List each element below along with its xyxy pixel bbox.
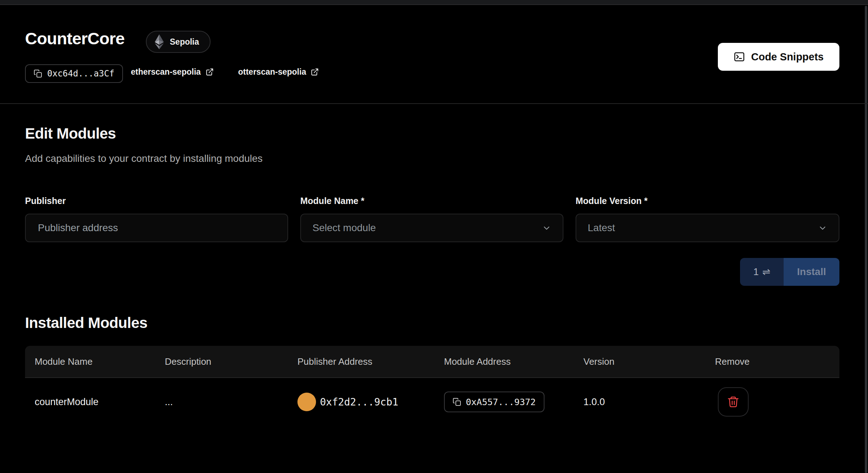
cell-remove	[705, 387, 839, 417]
install-button-group: 1 ⇌ Install	[740, 258, 839, 286]
module-version-label: Module Version *	[576, 196, 647, 206]
publisher-address-text: 0xf2d2...9cb1	[320, 396, 398, 408]
edit-modules-subheading: Add capabilities to your contract by ins…	[25, 153, 263, 164]
copy-icon	[453, 398, 461, 406]
swap-arrows-icon: ⇌	[762, 266, 770, 278]
otterscan-link[interactable]: otterscan-sepolia	[238, 67, 319, 77]
copy-icon	[34, 69, 42, 78]
external-link-icon	[311, 68, 319, 76]
install-button[interactable]: Install	[784, 258, 839, 286]
cell-publisher-address: 0xf2d2...9cb1	[288, 393, 434, 411]
column-header-remove: Remove	[705, 356, 839, 367]
column-header-description: Description	[155, 356, 288, 367]
transaction-count: 1	[753, 267, 759, 278]
column-header-version: Version	[574, 356, 705, 367]
module-name-select[interactable]: Select module	[300, 214, 563, 242]
etherscan-link-label: etherscan-sepolia	[131, 67, 201, 77]
external-link-icon	[206, 68, 214, 76]
trash-icon	[727, 395, 740, 408]
module-name-label: Module Name *	[300, 196, 364, 206]
publisher-address-field	[25, 214, 288, 242]
terminal-icon	[734, 51, 745, 63]
contract-address-text: 0xc64d...a3Cf	[47, 69, 114, 79]
chevron-down-icon	[818, 223, 827, 233]
table-row: counterModule ... 0xf2d2...9cb1 0xA557..…	[25, 378, 839, 426]
etherscan-link[interactable]: etherscan-sepolia	[131, 67, 214, 77]
remove-module-button[interactable]	[718, 387, 749, 417]
column-header-publisher-address: Publisher Address	[288, 356, 434, 367]
cell-version: 1.0.0	[574, 397, 705, 408]
column-header-module-address: Module Address	[434, 356, 574, 367]
publisher-label: Publisher	[25, 196, 66, 206]
publisher-avatar	[297, 393, 316, 411]
module-address-copy-chip[interactable]: 0xA557...9372	[444, 392, 544, 412]
chevron-down-icon	[542, 223, 551, 233]
table-header-row: Module Name Description Publisher Addres…	[25, 346, 839, 378]
otterscan-link-label: otterscan-sepolia	[238, 67, 306, 77]
cell-description: ...	[155, 397, 288, 408]
contract-address-copy-chip[interactable]: 0xc64d...a3Cf	[25, 64, 123, 83]
network-badge: Sepolia	[146, 31, 211, 53]
code-snippets-button[interactable]: Code Snippets	[718, 43, 839, 71]
module-version-select-value: Latest	[588, 222, 615, 234]
module-version-select[interactable]: Latest	[576, 214, 839, 242]
header-divider	[0, 103, 868, 104]
code-snippets-label: Code Snippets	[751, 51, 824, 63]
installed-modules-table: Module Name Description Publisher Addres…	[25, 346, 839, 426]
vertical-scrollbar[interactable]	[865, 6, 867, 473]
publisher-address-input[interactable]	[37, 222, 276, 234]
page-title: CounterCore	[25, 29, 124, 48]
cell-module-name: counterModule	[25, 397, 155, 408]
column-header-module-name: Module Name	[25, 356, 155, 367]
ethereum-icon	[154, 34, 164, 50]
top-bar	[0, 0, 868, 5]
edit-modules-heading: Edit Modules	[25, 125, 116, 142]
network-badge-label: Sepolia	[170, 37, 199, 47]
module-address-text: 0xA557...9372	[466, 397, 536, 407]
installed-modules-heading: Installed Modules	[25, 314, 147, 332]
cell-module-address: 0xA557...9372	[434, 392, 574, 412]
module-name-select-value: Select module	[312, 222, 376, 234]
transaction-count-chip: 1 ⇌	[740, 258, 784, 286]
